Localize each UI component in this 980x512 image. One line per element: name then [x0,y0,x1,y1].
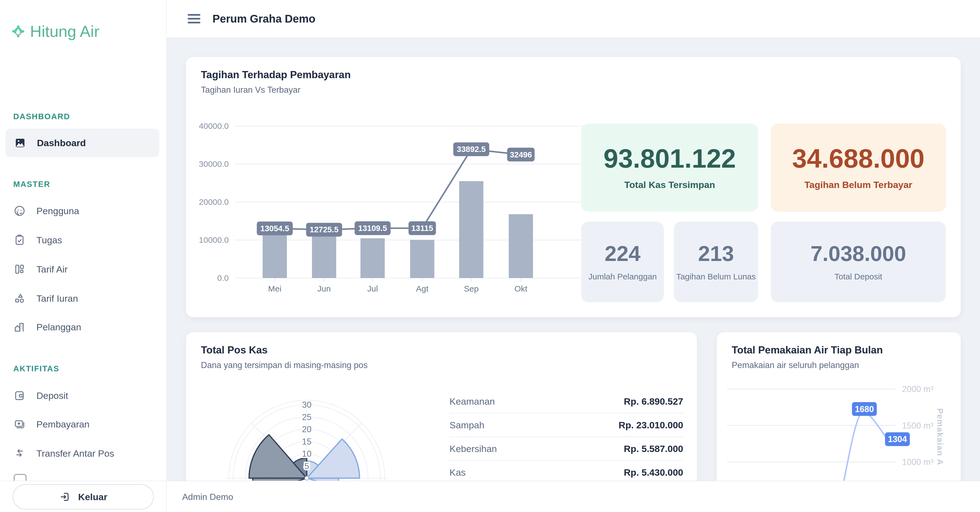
svg-text:13109.5: 13109.5 [358,224,387,233]
hamburger-menu-icon[interactable] [188,14,200,24]
svg-text:32496: 32496 [510,150,532,159]
pos-kas-list: Keamanan Rp. 6.890.527 Sampah Rp. 23.010… [450,390,683,484]
svg-text:Okt: Okt [514,284,528,293]
image-icon [14,136,27,149]
billing-card: Tagihan Terhadap Pembayaran Tagihan Iura… [186,57,961,317]
stat-total-kas-tersimpan: 93.801.122 Total Kas Tersimpan [581,124,758,212]
section-header-master: MASTER [13,180,50,189]
pos-value: Rp. 5.587.000 [624,444,683,454]
sidebar-item-label: Pelanggan [37,322,81,333]
stat-value: 224 [605,243,641,264]
section-header-dashboard: DASHBOARD [13,112,70,121]
svg-text:25: 25 [302,412,312,422]
stat-value: 7.038.000 [810,243,906,264]
stat-jumlah-pelanggan: 224 Jumlah Pelanggan [581,222,664,302]
svg-text:Jul: Jul [368,284,378,293]
pos-label: Sampah [450,420,485,431]
sidebar-item-pelanggan[interactable]: Pelanggan [13,318,156,336]
stat-value: 213 [698,243,734,264]
sidebar-item-label: Deposit [37,390,68,401]
pos-label: Keamanan [450,396,495,407]
svg-text:30000.0: 30000.0 [199,159,229,168]
sidebar-item-tarif-iuran[interactable]: Tarif Iuran [13,290,156,307]
clipboard-check-icon [13,234,26,246]
svg-text:Sep: Sep [464,284,479,293]
brand-logo-icon [12,25,24,38]
svg-text:1680: 1680 [855,404,874,414]
svg-text:10000.0: 10000.0 [199,235,229,244]
home-building-icon [13,321,26,333]
pos-kas-row-keamanan: Keamanan Rp. 6.890.527 [450,390,683,414]
sidebar-item-transfer-antar-pos[interactable]: Transfer Antar Pos [13,445,156,462]
pos-value: Rp. 5.430.000 [624,467,683,478]
user-face-icon [13,204,26,217]
sidebar-item-label: Tarif Iuran [37,293,78,304]
svg-text:10: 10 [302,449,312,459]
sidebar-item-label: Tarif Air [37,264,67,275]
pos-kas-subtitle: Dana yang tersimpan di masing-masing pos [201,360,368,370]
sidebar-item-label: Tugas [37,235,62,246]
svg-text:40000.0: 40000.0 [199,121,229,130]
sidebar-footer: Keluar [0,480,166,512]
stat-value: 34.688.000 [792,145,924,172]
pos-value: Rp. 23.010.000 [619,420,683,431]
svg-text:5: 5 [304,461,309,471]
pos-kas-row-sampah: Sampah Rp. 23.010.000 [450,414,683,437]
sidebar-item-label: Pembayaran [37,419,89,430]
svg-text:Pemakaian A: Pemakaian A [935,408,945,466]
pos-value: Rp. 6.890.527 [624,396,683,407]
sidebar-item-label: Transfer Antar Pos [37,448,114,459]
svg-text:15: 15 [302,437,312,447]
stat-label: Tagihan Belum Lunas [676,272,756,281]
svg-text:20: 20 [302,425,312,434]
pos-kas-row-kebersihan: Kebersihan Rp. 5.587.000 [450,437,683,461]
svg-text:30: 30 [302,400,312,410]
svg-text:13054.5: 13054.5 [261,224,290,233]
brand: Hitung Air [12,22,99,40]
stat-label: Total Kas Tersimpan [624,179,715,190]
stat-value: 93.801.122 [603,145,736,172]
logout-button[interactable]: Keluar [13,484,154,509]
columns-icon [13,263,26,276]
svg-text:33892.5: 33892.5 [457,145,486,154]
sidebar: Hitung Air DASHBOARD Dashboard MASTER Pe… [0,0,167,512]
sidebar-item-deposit[interactable]: Deposit [13,387,156,404]
brand-name: Hitung Air [30,22,99,40]
svg-text:1304: 1304 [888,434,907,444]
section-header-aktifitas: AKTIFITAS [13,364,59,373]
sidebar-item-pembayaran[interactable]: Pembayaran [13,415,156,433]
svg-text:Agt: Agt [416,284,428,293]
svg-text:12725.5: 12725.5 [310,225,339,234]
pos-label: Kas [450,467,466,478]
svg-text:0.0: 0.0 [217,273,229,282]
cash-icon [13,418,26,431]
wallet-icon [13,389,26,402]
billing-card-title: Tagihan Terhadap Pembayaran [201,69,351,81]
svg-text:13115: 13115 [411,224,433,233]
water-usage-title: Total Pemakaian Air Tiap Bulan [732,344,883,356]
svg-text:1500 m³: 1500 m³ [902,421,934,431]
page-title: Perum Graha Demo [213,13,315,25]
sidebar-item-tarif-air[interactable]: Tarif Air [13,260,156,278]
pos-kas-title: Total Pos Kas [201,344,267,356]
shapes-icon [13,292,26,305]
sidebar-item-tugas[interactable]: Tugas [13,231,156,249]
stat-tagihan-belum-lunas: 213 Tagihan Belum Lunas [674,222,758,302]
svg-text:2000 m³: 2000 m³ [902,384,934,394]
svg-text:Jun: Jun [318,284,331,293]
svg-text:Mei: Mei [268,284,282,293]
svg-text:20000.0: 20000.0 [199,197,229,206]
stat-label: Total Deposit [835,272,882,281]
topbar: Perum Graha Demo [167,0,980,38]
pos-label: Kebersihan [450,444,497,454]
logout-icon [59,491,71,503]
stat-label: Jumlah Pelanggan [589,272,657,281]
logout-label: Keluar [78,491,108,502]
sidebar-item-pengguna[interactable]: Pengguna [13,202,156,220]
sidebar-item-label: Pengguna [37,206,79,216]
sidebar-item-dashboard[interactable]: Dashboard [5,128,159,157]
content-footer: Admin Demo [167,480,980,512]
sidebar-item-label: Dashboard [37,138,86,148]
water-usage-subtitle: Pemakaian air seluruh pelanggan [732,360,859,370]
logged-in-user: Admin Demo [182,492,233,502]
